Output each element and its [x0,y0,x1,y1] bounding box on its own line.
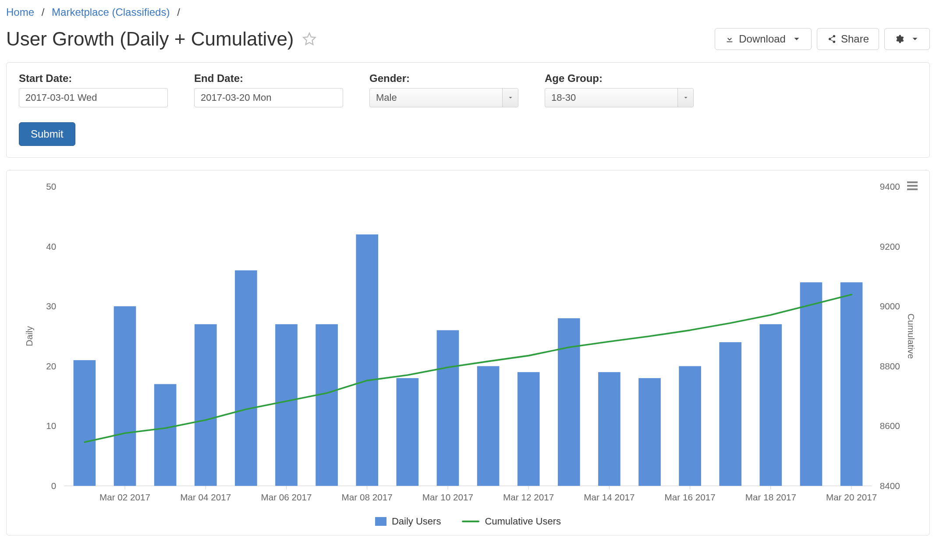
svg-rect-45 [316,324,338,486]
share-icon [827,34,837,44]
chevron-down-icon [502,89,518,107]
breadcrumb-separator: / [173,6,184,18]
filters-panel: Start Date: 2017-03-01 Wed End Date: 201… [6,62,930,158]
svg-rect-53 [638,378,661,486]
caret-down-icon [910,34,920,44]
favorite-star-icon[interactable] [302,32,317,46]
svg-text:40: 40 [46,241,56,252]
settings-menu-button[interactable] [884,28,930,50]
share-button[interactable]: Share [817,28,879,50]
svg-rect-46 [356,234,378,486]
user-growth-chart: 01020304050840086008800900092009400Daily… [14,177,922,513]
legend-daily-label: Daily Users [392,516,441,527]
chart-panel: 01020304050840086008800900092009400Daily… [6,170,930,535]
svg-rect-56 [760,324,782,486]
svg-text:9400: 9400 [880,181,900,191]
svg-rect-54 [679,366,701,486]
age-group-value: 18-30 [551,92,576,103]
page-title: User Growth (Daily + Cumulative) [6,28,294,50]
svg-rect-42 [195,324,217,486]
svg-rect-39 [74,360,96,486]
age-group-field: Age Group: 18-30 [545,72,694,107]
end-date-value: 2017-03-20 Mon [201,92,271,103]
svg-rect-41 [154,384,177,486]
svg-text:8600: 8600 [880,421,900,431]
svg-rect-51 [558,318,580,486]
svg-rect-44 [275,324,298,486]
svg-rect-50 [518,372,540,486]
svg-text:30: 30 [46,301,56,311]
legend-cumulative-label: Cumulative Users [485,516,561,527]
breadcrumb: Home / Marketplace (Classifieds) / [6,6,930,20]
svg-text:9000: 9000 [880,301,900,311]
svg-text:Mar 14 2017: Mar 14 2017 [584,492,635,502]
svg-marker-0 [303,33,315,45]
start-date-value: 2017-03-01 Wed [25,92,97,103]
chevron-down-icon [677,89,693,107]
svg-text:Mar 04 2017: Mar 04 2017 [180,492,231,502]
svg-text:Mar 02 2017: Mar 02 2017 [99,492,150,502]
svg-rect-40 [114,306,136,486]
svg-text:Mar 16 2017: Mar 16 2017 [665,492,716,502]
svg-text:Mar 18 2017: Mar 18 2017 [745,492,796,502]
gender-select[interactable]: Male [369,88,518,107]
download-icon [725,34,734,44]
gender-label: Gender: [369,72,518,85]
legend-cumulative-users[interactable]: Cumulative Users [462,516,561,527]
svg-text:8800: 8800 [880,361,900,371]
svg-text:Cumulative: Cumulative [906,314,916,359]
svg-text:Mar 08 2017: Mar 08 2017 [342,492,393,502]
svg-text:9200: 9200 [880,241,900,252]
svg-text:0: 0 [51,481,57,491]
svg-text:Mar 12 2017: Mar 12 2017 [503,492,554,502]
svg-text:Mar 20 2017: Mar 20 2017 [826,492,877,502]
age-group-label: Age Group: [545,72,694,85]
legend-swatch-line [462,521,479,522]
start-date-label: Start Date: [19,72,168,85]
download-button-label: Download [739,33,786,45]
legend-swatch-bar [375,517,386,526]
svg-rect-57 [800,282,823,486]
end-date-field: End Date: 2017-03-20 Mon [194,72,343,107]
svg-rect-49 [477,366,500,486]
svg-text:8400: 8400 [880,481,900,491]
age-group-select[interactable]: 18-30 [545,88,694,107]
svg-text:Daily: Daily [24,326,34,347]
breadcrumb-marketplace[interactable]: Marketplace (Classifieds) [52,6,170,18]
svg-text:10: 10 [46,421,56,431]
svg-rect-52 [598,372,620,486]
chart-legend: Daily Users Cumulative Users [14,516,922,527]
start-date-input[interactable]: 2017-03-01 Wed [19,88,168,107]
svg-rect-47 [396,378,418,486]
submit-button[interactable]: Submit [19,122,75,146]
svg-text:20: 20 [46,361,56,371]
legend-daily-users[interactable]: Daily Users [375,516,441,527]
svg-text:Mar 06 2017: Mar 06 2017 [261,492,312,502]
gender-field: Gender: Male [369,72,518,107]
end-date-label: End Date: [194,72,343,85]
svg-rect-43 [235,270,257,486]
svg-text:50: 50 [46,181,56,191]
download-button[interactable]: Download [715,28,812,50]
svg-rect-55 [719,342,741,486]
gender-value: Male [376,92,397,103]
caret-down-icon [792,34,801,44]
svg-rect-58 [840,282,863,486]
page-toolbar: Download Share [715,28,930,50]
breadcrumb-home[interactable]: Home [6,6,34,18]
svg-text:Mar 10 2017: Mar 10 2017 [422,492,473,502]
start-date-field: Start Date: 2017-03-01 Wed [19,72,168,107]
gear-icon [894,34,904,44]
svg-rect-48 [437,330,459,486]
chart-context-menu-button[interactable] [906,180,919,194]
share-button-label: Share [841,33,869,45]
end-date-input[interactable]: 2017-03-20 Mon [194,88,343,107]
breadcrumb-separator: / [37,6,49,18]
